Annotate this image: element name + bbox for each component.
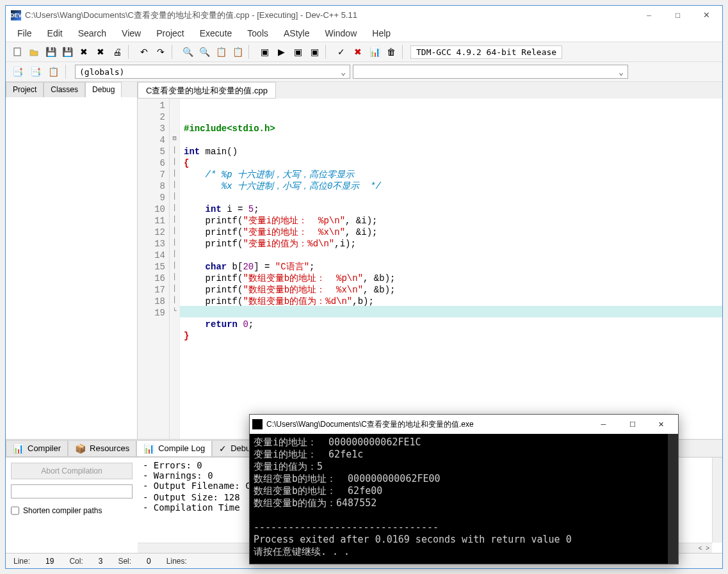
console-icon	[252, 419, 263, 429]
menu-edit[interactable]: Edit	[41, 27, 69, 40]
debug-tab-icon: ✓	[219, 443, 227, 454]
menu-project[interactable]: Project	[150, 27, 191, 40]
status-col-value: 3	[91, 557, 111, 566]
rebuild-icon[interactable]: ▣	[307, 44, 322, 60]
close-file-icon[interactable]: ✖	[76, 44, 92, 60]
left-tabs: Project Classes Debug	[6, 82, 137, 97]
toolbars: 💾 💾 ✖ ✖ 🖨 ↶ ↷ 🔍 🔍 📋 📋 ▣ ▶ ▣ ▣ ✓ ✖ 📊 🗑 TD…	[6, 42, 722, 82]
compiler-icon: 📊	[13, 443, 24, 454]
shorten-paths-checkbox[interactable]: Shorten compiler paths	[11, 504, 133, 518]
status-line-value: 19	[38, 557, 61, 566]
status-sel-label: Sel:	[110, 557, 139, 566]
goto2-icon[interactable]: 📋	[230, 44, 245, 60]
debug2-icon[interactable]: 📋	[45, 64, 61, 79]
menu-tools[interactable]: Tools	[241, 27, 275, 40]
new-file-icon[interactable]	[10, 44, 25, 60]
status-line-label: Line:	[6, 557, 38, 566]
functions-combo[interactable]: ⌄	[353, 65, 628, 79]
svg-rect-0	[14, 48, 20, 56]
status-lines-label: Lines:	[159, 557, 195, 566]
btab-compiler[interactable]: 📊Compiler	[6, 440, 68, 457]
menu-file[interactable]: File	[11, 27, 38, 40]
code-editor[interactable]: 1 2 3 4 5 6 7 8 9 10 11 12 13 14 15 16 1…	[138, 99, 722, 439]
editor-tab-active[interactable]: C查看变量的地址和变量的值.cpp	[138, 82, 276, 99]
btab-compile-log[interactable]: 📊Compile Log	[136, 440, 212, 457]
console-vscroll[interactable]	[668, 434, 678, 564]
left-panel: Project Classes Debug	[6, 82, 138, 439]
console-window: C:\Users\Wang\Documents\C查看变量的地址和变量的值.ex…	[249, 414, 679, 564]
close-all-icon[interactable]: ✖	[93, 44, 108, 60]
debug-panel	[6, 97, 137, 439]
fold-gutter[interactable]: ⊟ │ │ │ │ │ │ │ │ │ │ │ │ │ │ └	[170, 99, 180, 439]
editor-tabs: C查看变量的地址和变量的值.cpp	[138, 82, 722, 99]
menu-execute[interactable]: Execute	[193, 27, 239, 40]
menu-view[interactable]: View	[115, 27, 147, 40]
minimize-button[interactable]: ─	[635, 6, 663, 25]
goto-bookmark-icon[interactable]: 📑	[28, 64, 43, 79]
print-icon[interactable]: 🖨	[109, 44, 125, 60]
undo-icon[interactable]: ↶	[136, 44, 152, 60]
tab-project[interactable]: Project	[6, 82, 44, 97]
close-button[interactable]: ✕	[692, 6, 721, 25]
open-icon[interactable]	[26, 44, 42, 60]
menu-help[interactable]: Help	[366, 27, 397, 40]
line-gutter: 1 2 3 4 5 6 7 8 9 10 11 12 13 14 15 16 1…	[138, 99, 170, 439]
save-icon[interactable]: 💾	[43, 44, 58, 60]
cleanup-icon[interactable]: 🗑	[384, 44, 399, 60]
globals-combo[interactable]: (globals)⌄	[75, 65, 350, 79]
maximize-button[interactable]: ☐	[663, 6, 692, 25]
abort-compilation-button[interactable]: Abort Compilation	[11, 463, 133, 479]
console-close-button[interactable]: ✕	[647, 420, 675, 429]
menu-window[interactable]: Window	[318, 27, 363, 40]
window-title: C:\Users\Wang\Documents\C查看变量的地址和变量的值.cp…	[25, 10, 635, 21]
debug-icon[interactable]: ✓	[334, 44, 349, 60]
redo-icon[interactable]: ↷	[153, 44, 168, 60]
title-bar: DEV C:\Users\Wang\Documents\C查看变量的地址和变量的…	[6, 6, 722, 25]
app-icon: DEV	[11, 10, 21, 20]
filter-input[interactable]	[11, 484, 133, 498]
compile-run-icon[interactable]: ▣	[290, 44, 305, 60]
menu-astyle[interactable]: AStyle	[277, 27, 316, 40]
btab-resources[interactable]: 📦Resources	[68, 440, 136, 457]
console-titlebar: C:\Users\Wang\Documents\C查看变量的地址和变量的值.ex…	[250, 415, 678, 434]
save-all-icon[interactable]: 💾	[60, 44, 75, 60]
bookmark-icon[interactable]: 📑	[10, 64, 25, 79]
resources-icon: 📦	[75, 443, 86, 454]
tab-debug[interactable]: Debug	[85, 82, 122, 97]
stop-icon[interactable]: ✖	[350, 44, 366, 60]
console-maximize-button[interactable]: ☐	[618, 420, 647, 429]
profile-icon[interactable]: 📊	[367, 44, 382, 60]
console-minimize-button[interactable]: ─	[589, 420, 618, 428]
compile-icon[interactable]: ▣	[257, 44, 272, 60]
log-icon: 📊	[143, 443, 154, 454]
run-icon[interactable]: ▶	[273, 44, 289, 60]
tab-classes[interactable]: Classes	[44, 82, 85, 97]
goto-icon[interactable]: 📋	[213, 44, 229, 60]
console-output: 变量i的地址： 000000000062FE1C 变量i的地址： 62fe1c …	[250, 434, 678, 561]
status-sel-value: 0	[139, 557, 159, 566]
compiler-selector[interactable]: TDM-GCC 4.9.2 64-bit Release	[410, 45, 562, 59]
replace-icon[interactable]: 🔍	[197, 44, 212, 60]
status-col-label: Col:	[61, 557, 90, 566]
find-icon[interactable]: 🔍	[180, 44, 195, 60]
log-vscroll[interactable]	[712, 458, 722, 543]
console-title-text: C:\Users\Wang\Documents\C查看变量的地址和变量的值.ex…	[266, 419, 589, 430]
menu-bar: File Edit Search View Project Execute To…	[6, 25, 722, 42]
menu-search[interactable]: Search	[72, 27, 113, 40]
